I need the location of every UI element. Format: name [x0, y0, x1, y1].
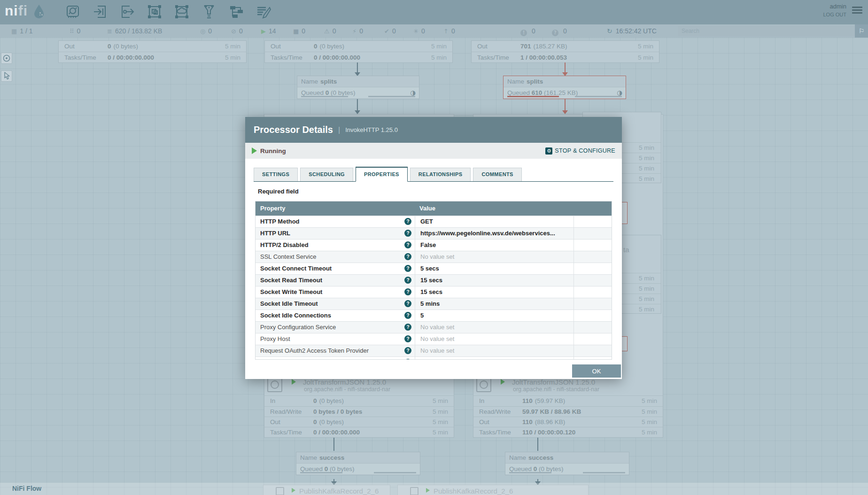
help-icon[interactable]	[404, 300, 411, 307]
label-component-icon[interactable]	[256, 4, 271, 20]
tab-relationships[interactable]: RELATIONSHIPS	[410, 168, 471, 181]
help-icon[interactable]	[404, 241, 411, 248]
processor-type-icon	[267, 377, 282, 392]
processor-top-3[interactable]: Out701(185.27 KB)5 min Tasks/Time1 / 00:…	[471, 40, 659, 63]
global-menu-icon[interactable]	[852, 7, 862, 15]
operate-palette-toggle[interactable]	[1, 70, 12, 82]
connection-line	[357, 99, 358, 111]
connection-label-splits-right[interactable]: Namesplits Queued 610 (161.25 KB) ◑	[503, 76, 626, 99]
processor-type: JoltTransformJSON 1.25.0	[512, 378, 595, 386]
required-field-note: Required field	[258, 188, 299, 195]
navigate-palette-toggle[interactable]	[1, 53, 12, 64]
help-icon[interactable]	[404, 347, 411, 354]
table-row: HTTP/2 DisabledFalse	[256, 239, 612, 251]
connection-label-success-left[interactable]: Namesuccess Queued 0 (0 bytes)	[296, 452, 420, 475]
help-icon[interactable]	[404, 312, 411, 319]
connection-queued: Queued 610 (161.25 KB) ◑	[504, 87, 626, 98]
processor-component-icon[interactable]	[65, 4, 81, 20]
processor-type: JoltTransformJSON 1.25.0	[303, 378, 386, 386]
stat-row: Out0(0 bytes)5 min	[59, 41, 246, 52]
table-row: Proxy Configuration ServiceNo value set	[256, 321, 612, 333]
stat-row: Tasks/Time1 / 00:00:00.0535 min	[472, 52, 659, 62]
queued-icon: ≣	[107, 28, 112, 35]
cluster-icon: ▦	[11, 28, 17, 35]
queue-bar	[301, 96, 348, 97]
refresh-icon[interactable]: ↻	[607, 27, 612, 35]
sync-failure-icon: ?	[552, 30, 558, 36]
processor-details-dialog: Processor Details | InvokeHTTP 1.25.0 Ru…	[245, 117, 622, 379]
table-row: Request OAuth2 Access Token ProviderNo v…	[256, 345, 612, 356]
table-row: HTTP URLhttps://www.pegelonline.wsv.de/w…	[256, 227, 612, 239]
stop-and-configure-button[interactable]: ⚙ STOP & CONFIGURE	[545, 147, 615, 155]
nifi-logo: nifi	[5, 3, 45, 19]
table-row: Socket Idle Connections5	[256, 309, 612, 321]
locally-modified-stale-icon: !	[520, 30, 527, 36]
ok-button[interactable]: OK	[572, 364, 621, 378]
table-row: Socket Connect Timeout5 secs	[256, 263, 612, 274]
breadcrumb[interactable]: NiFi Flow	[12, 485, 41, 492]
help-icon[interactable]	[404, 218, 411, 225]
tab-comments[interactable]: COMMENTS	[473, 168, 521, 181]
help-icon[interactable]	[404, 277, 411, 284]
queue-bar-full	[507, 96, 559, 97]
up-to-date-icon: ✔	[384, 28, 389, 35]
flow-status-bar: ▦1 / 1 ⠿0 ≣620 / 163.82 KB ◎0 ⊘0 ▶14 ■0 …	[0, 24, 868, 38]
stat-row: Out701(185.27 KB)5 min	[472, 41, 659, 52]
running-icon	[501, 379, 505, 385]
tab-scheduling[interactable]: SCHEDULING	[300, 168, 353, 181]
bulletin-board-button[interactable]: ⚐	[855, 24, 868, 38]
running-icon	[292, 379, 296, 385]
connection-name: Namesuccess	[296, 452, 420, 464]
help-icon[interactable]	[404, 324, 411, 331]
running-status-label: Running	[260, 147, 286, 155]
stale-icon: ↑	[443, 28, 449, 35]
title-separator: |	[338, 126, 340, 134]
funnel-component-icon[interactable]	[201, 4, 217, 20]
stat-stale: ↑0	[443, 24, 455, 38]
help-icon[interactable]	[404, 265, 411, 272]
processor-stats: In110(59.97 KB)5 min Read/Write59.97 KB …	[473, 395, 663, 437]
not-transmitting-icon: ⊘	[231, 28, 236, 35]
connection-name: Namesplits	[504, 76, 626, 87]
processor-top-2[interactable]: Out0(0 bytes)5 min Tasks/Time0 / 00:00:0…	[264, 40, 453, 63]
connection-label-success-right[interactable]: Namesuccess Queued 0 (0 bytes)	[505, 452, 629, 475]
input-port-component-icon[interactable]	[92, 4, 108, 20]
queue-bar	[575, 96, 622, 97]
processor-top-1[interactable]: Out0(0 bytes)5 min Tasks/Time0 / 00:00:0…	[58, 40, 247, 63]
output-port-component-icon[interactable]	[119, 4, 135, 20]
column-header-property: Property	[256, 201, 415, 216]
processor-title-block: JoltTransformJSON 1.25.0 org.apache.nifi…	[264, 378, 454, 395]
table-row: HTTP MethodGET	[256, 216, 612, 227]
threads-icon: ⠿	[70, 28, 74, 35]
running-icon: ▶	[261, 28, 266, 35]
help-icon[interactable]	[404, 253, 411, 260]
stat-not-transmitting: ⊘0	[231, 24, 243, 38]
help-icon[interactable]	[404, 359, 411, 360]
dialog-title: Processor Details	[254, 124, 333, 135]
tab-settings[interactable]: SETTINGS	[254, 168, 298, 181]
processor-title-block: JoltTransformJSON 1.25.0 org.apache.nifi…	[473, 378, 663, 395]
connection-queued: Queued 0 (0 bytes)	[505, 464, 629, 474]
logout-link[interactable]: LOG OUT	[823, 12, 846, 17]
connection-line	[333, 438, 334, 451]
connection-arrow	[562, 110, 568, 114]
queue-bar	[583, 472, 625, 473]
process-group-component-icon[interactable]	[147, 4, 163, 20]
template-component-icon[interactable]	[228, 4, 244, 20]
invalid-icon: ⚠	[324, 28, 330, 35]
connection-line	[537, 438, 538, 451]
connection-label-splits-left[interactable]: Namesplits Queued 0 (0 bytes) ◑	[297, 76, 419, 99]
help-icon[interactable]	[404, 335, 411, 342]
search-input[interactable]	[678, 26, 858, 36]
stat-sync-failure: ? 0	[552, 24, 567, 38]
remote-process-group-component-icon[interactable]	[174, 4, 190, 20]
help-icon[interactable]	[404, 288, 411, 295]
breadcrumb-bar: NiFi Flow	[0, 483, 868, 495]
stat-stopped: ■0	[293, 24, 305, 38]
help-icon[interactable]	[404, 230, 411, 237]
stat-locally-modified: ✳0	[413, 24, 425, 38]
disabled-icon: ⚡	[352, 28, 356, 35]
tab-properties[interactable]: PROPERTIES	[356, 167, 408, 182]
processor-bundle: org.apache.nifi - nifi-standard-nar	[513, 386, 599, 393]
dialog-subtitle: InvokeHTTP 1.25.0	[345, 126, 398, 133]
